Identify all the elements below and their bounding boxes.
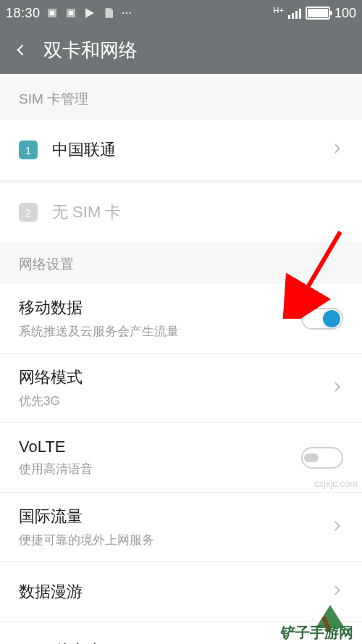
volte-row[interactable]: VoLTE 使用高清语音 [0,423,362,493]
sim-slot-1-row[interactable]: 1 中国联通 [0,120,362,180]
chevron-right-icon [330,380,343,396]
header-bar: 双卡和网络 [0,26,362,74]
signal-icon [288,7,301,19]
battery-percent: 100 [334,6,356,21]
volte-sub: 使用高清语音 [19,461,301,477]
mobile-data-row[interactable]: 移动数据 系统推送及云服务会产生流量 [0,284,362,354]
play-store-icon [83,6,97,20]
international-data-row[interactable]: 国际流量 便捷可靠的境外上网服务 [0,493,362,562]
page-title: 双卡和网络 [43,38,138,63]
chevron-right-icon [330,584,343,600]
mobile-data-title: 移动数据 [19,297,301,319]
back-button[interactable] [10,39,32,61]
data-roaming-row[interactable]: 数据漫游 [0,562,362,622]
watermark-brand: 铲子手游网 [281,623,353,643]
more-icon: ⋯ [120,6,135,20]
international-data-sub: 便捷可靠的境外上网服务 [19,532,330,548]
network-mode-sub: 优先3G [19,393,330,409]
watermark-url: czjxjc.com [314,478,358,489]
sim-slot-2-row: 2 无 SIM 卡 [0,183,362,242]
sim-2-badge: 2 [19,203,38,222]
chevron-left-icon [14,43,28,57]
section-network-settings: 网络设置 [0,242,362,284]
status-bar: 18:30 ⋯ H+ 100 [0,0,362,26]
data-roaming-title: 数据漫游 [19,581,330,603]
mobile-data-toggle[interactable] [301,308,343,330]
net-type-icon: H+ [274,6,284,14]
doc-icon [101,6,116,20]
clock: 18:30 [6,6,41,21]
mobile-data-sub: 系统推送及云服务会产生流量 [19,323,301,340]
chevron-right-icon [330,519,343,535]
section-sim-management: SIM 卡管理 [0,74,362,120]
chevron-right-icon [330,142,343,158]
volte-title: VoLTE [19,438,301,456]
sim-1-badge: 1 [19,141,38,159]
app-icon-2 [64,6,78,20]
app-icon-1 [45,6,59,20]
international-data-title: 国际流量 [19,506,330,527]
volte-toggle[interactable] [301,447,343,469]
sim-2-label: 无 SIM 卡 [52,201,343,223]
sim-1-label: 中国联通 [52,139,330,161]
network-mode-row[interactable]: 网络模式 优先3G [0,354,362,423]
network-mode-title: 网络模式 [19,367,330,388]
battery-icon [306,7,330,20]
